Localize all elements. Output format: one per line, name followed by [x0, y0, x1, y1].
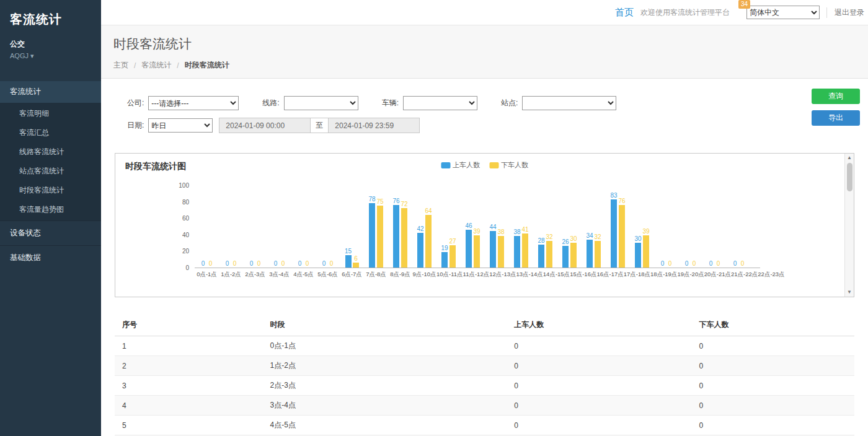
export-button[interactable]: 导出 — [812, 110, 860, 126]
bar-group: 7875 — [364, 196, 388, 268]
bar-value-label: 39 — [474, 228, 480, 235]
content: 公司: ---请选择--- 线路: 车辆: 站点: — [101, 79, 868, 436]
bar-group: 00 — [267, 260, 291, 268]
date-to-input[interactable] — [328, 118, 420, 133]
y-axis-tick: 80 — [170, 199, 195, 206]
breadcrumb-separator: / — [134, 61, 136, 70]
home-link[interactable]: 首页 — [615, 7, 634, 19]
query-button[interactable]: 查询 — [812, 89, 860, 104]
scroll-down-icon[interactable]: ▼ — [847, 288, 852, 297]
bar-value-label: 34 — [586, 232, 593, 239]
station-select[interactable] — [522, 96, 616, 110]
sidebar-item-base-data[interactable]: 基础数据 — [0, 245, 101, 270]
col-header-period: 时段 — [263, 315, 507, 336]
bar-value-label: 19 — [441, 245, 448, 251]
table-row: 21点-2点00 — [115, 356, 854, 376]
x-axis-label: 14点-15点 — [543, 271, 570, 279]
bar — [466, 230, 472, 268]
bar-group: 00 — [702, 260, 727, 268]
sidebar-subitem[interactable]: 客流量趋势图 — [0, 200, 101, 219]
chart-bars: 0000000000001567875767242641927463944383… — [195, 186, 760, 268]
date-from-input[interactable] — [219, 118, 311, 133]
bar-value-label: 0 — [322, 260, 326, 267]
x-axis-label: 21点-22点 — [731, 271, 758, 279]
x-axis-label: 7点-8点 — [364, 271, 388, 279]
x-axis-label: 5点-6点 — [316, 271, 340, 279]
bar-value-label: 6 — [354, 255, 358, 262]
table-cell: 0 — [507, 396, 691, 416]
sidebar-subitem[interactable]: 客流明细 — [0, 104, 101, 123]
vehicle-select[interactable] — [403, 96, 477, 110]
chart-panel: 时段车流统计图 上车人数下车人数 100806040200 0000000000… — [115, 153, 854, 297]
line-select[interactable] — [284, 96, 358, 110]
bar-group: 4264 — [412, 207, 436, 268]
bar-value-label: 0 — [274, 260, 278, 267]
bar-group: 1927 — [436, 238, 461, 268]
bar — [417, 233, 423, 268]
sidebar-subitem[interactable]: 客流汇总 — [0, 123, 101, 142]
bar-value-label: 76 — [619, 198, 626, 204]
x-axis-label: 4点-5点 — [291, 271, 316, 279]
language-select[interactable]: 简体中文 — [746, 6, 820, 19]
vehicle-label: 车辆: — [382, 98, 399, 108]
bar-group: 3841 — [509, 226, 533, 268]
sidebar-subitem[interactable]: 线路客流统计 — [0, 142, 101, 162]
bar-group: 00 — [291, 260, 316, 268]
table-cell: 3 — [115, 376, 263, 396]
bar-group: 00 — [195, 260, 219, 268]
station-filter: 站点: — [501, 96, 616, 110]
breadcrumb: 主页 / 客流统计 / 时段客流统计 — [113, 60, 856, 71]
sidebar-subitem[interactable]: 站点客流统计 — [0, 162, 101, 181]
bar-group: 7672 — [388, 198, 412, 268]
bar-group: 2630 — [557, 235, 582, 268]
date-label: 日期: — [127, 120, 144, 131]
bar-value-label: 0 — [298, 260, 302, 267]
sidebar-item-passenger-stats[interactable]: 客流统计 — [0, 81, 101, 103]
main-area: 首页 欢迎使用客流统计管理平台 34 简体中文 退出登录 时段客流统计 主页 /… — [101, 0, 868, 436]
bar — [546, 241, 552, 268]
bar-value-label: 0 — [709, 260, 713, 267]
company-filter: 公司: ---请选择--- — [127, 96, 239, 110]
table-cell: 0 — [507, 356, 691, 376]
user-menu[interactable]: AQGJ ▾ — [0, 51, 101, 69]
chart-scrollbar[interactable]: ▲ ▼ — [844, 154, 854, 297]
bar-value-label: 0 — [281, 260, 285, 267]
bar — [450, 245, 456, 268]
bar-value-label: 15 — [345, 248, 352, 255]
bar-group: 00 — [678, 260, 702, 268]
topbar: 首页 欢迎使用客流统计管理平台 34 简体中文 退出登录 — [101, 0, 868, 25]
language-wrap: 34 简体中文 — [746, 6, 820, 19]
x-axis-label: 20点-21点 — [704, 271, 731, 279]
company-select[interactable]: ---请选择--- — [148, 96, 239, 110]
table-cell: 0 — [692, 376, 854, 396]
bar-group: 00 — [243, 260, 267, 268]
x-axis-label: 11点-12点 — [463, 271, 490, 279]
bar — [345, 255, 352, 268]
bar-value-label: 42 — [417, 225, 423, 232]
bar-value-label: 28 — [538, 237, 544, 244]
scroll-thumb[interactable] — [847, 163, 852, 191]
y-axis-tick: 40 — [170, 232, 195, 238]
table-cell: 1 — [115, 336, 263, 356]
scroll-up-icon[interactable]: ▲ — [847, 154, 852, 162]
date-preset-select[interactable]: 昨日 — [148, 118, 213, 133]
breadcrumb-separator: / — [177, 61, 179, 70]
legend-item[interactable]: 下车人数 — [489, 160, 528, 170]
bar-value-label: 0 — [202, 260, 205, 267]
col-header-index: 序号 — [115, 315, 263, 336]
notification-badge[interactable]: 34 — [738, 0, 750, 9]
x-axis-label: 12点-13点 — [489, 271, 516, 279]
table-cell: 0 — [692, 416, 854, 435]
filter-panel: 公司: ---请选择--- 线路: 车辆: 站点: — [115, 86, 854, 137]
line-label: 线路: — [262, 98, 279, 108]
bar-value-label: 0 — [250, 260, 254, 267]
legend-item[interactable]: 上车人数 — [441, 160, 480, 170]
breadcrumb-home[interactable]: 主页 — [113, 60, 128, 71]
bar — [401, 208, 407, 268]
logout-link[interactable]: 退出登录 — [826, 7, 864, 18]
sidebar-subitem[interactable]: 时段客流统计 — [0, 181, 101, 200]
table-cell: 0点-1点 — [263, 336, 507, 356]
breadcrumb-section[interactable]: 客流统计 — [141, 60, 171, 71]
sidebar-item-device-status[interactable]: 设备状态 — [0, 220, 101, 245]
bar-group: 156 — [340, 248, 364, 268]
